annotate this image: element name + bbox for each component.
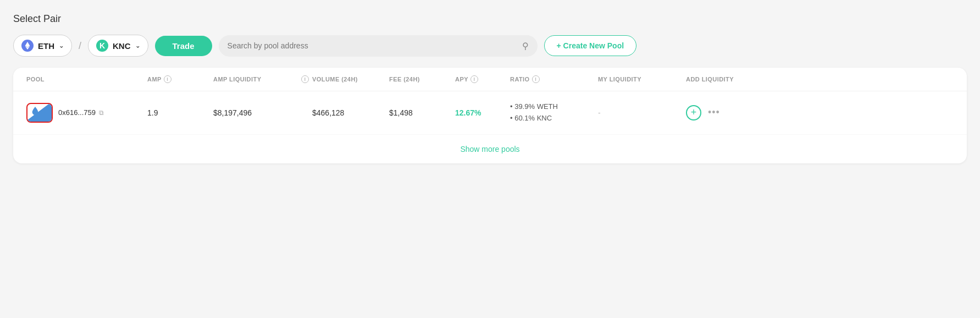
ratio-weth: • 39.9% WETH (510, 101, 598, 113)
fee-value: $1,498 (389, 108, 455, 117)
apy-info-icon[interactable]: i (470, 75, 478, 83)
amp-value: 1.9 (147, 108, 213, 117)
ratio-cell: • 39.9% WETH • 60.1% KNC (510, 101, 598, 124)
ratio-knc: • 60.1% KNC (510, 113, 598, 124)
show-more-pools[interactable]: Show more pools (13, 135, 967, 163)
add-liquidity-cell: + ••• (686, 105, 752, 120)
th-volume: VOLUME (24H) (312, 76, 389, 83)
amp-info-icon[interactable]: i (164, 75, 171, 83)
ratio-info-icon[interactable]: i (532, 75, 540, 83)
th-apy: APY i (455, 75, 510, 83)
th-pool: POOL (26, 76, 147, 83)
pool-address: 0x616...759 ⧉ (58, 108, 104, 117)
trade-button[interactable]: Trade (155, 36, 212, 56)
th-my-liquidity: MY LIQUIDITY (598, 76, 686, 83)
pool-drop-icon (31, 107, 39, 117)
search-box: ⚲ (219, 35, 538, 57)
copy-address-icon[interactable]: ⧉ (99, 109, 104, 117)
search-input[interactable] (228, 41, 517, 50)
more-options-button[interactable]: ••• (708, 107, 720, 118)
search-icon: ⚲ (522, 41, 529, 51)
th-spacer: i (301, 75, 312, 83)
knc-symbol: KNC (113, 41, 131, 51)
th-ratio: RATIO i (510, 75, 598, 83)
table-header: POOL AMP i AMP LIQUIDITY i VOLUME (24H) … (13, 68, 967, 91)
amp-liquidity-value: $8,197,496 (213, 108, 301, 117)
pool-icon-bg (26, 103, 52, 122)
th-amp-liquidity: AMP LIQUIDITY (213, 76, 301, 83)
page-title: Select Pair (13, 13, 967, 25)
eth-symbol: ETH (38, 41, 54, 51)
pool-cell: 0x616...759 ⧉ (26, 103, 147, 123)
toolbar: ETH ⌄ / K KNC ⌄ Trade ⚲ + Create New Poo… (13, 35, 967, 57)
add-liquidity-button[interactable]: + (686, 105, 701, 120)
knc-chevron-icon: ⌄ (135, 42, 140, 50)
knc-token-selector[interactable]: K KNC ⌄ (88, 35, 148, 57)
pools-table-card: POOL AMP i AMP LIQUIDITY i VOLUME (24H) … (13, 68, 967, 163)
create-pool-button[interactable]: + Create New Pool (544, 35, 637, 56)
th-fee: FEE (24H) (389, 76, 455, 83)
pool-icon-wrapper (26, 103, 53, 123)
apy-value: 12.67% (455, 108, 510, 117)
knc-icon: K (96, 40, 108, 52)
pair-separator: / (79, 40, 81, 52)
th-amp: AMP i (147, 75, 213, 83)
volume-value: $466,128 (312, 108, 389, 117)
amp-liquidity-info-icon[interactable]: i (301, 75, 309, 83)
my-liquidity-value: - (598, 108, 686, 117)
table-row[interactable]: 0x616...759 ⧉ 1.9 $8,197,496 $466,128 $1… (13, 91, 967, 135)
eth-token-selector[interactable]: ETH ⌄ (13, 35, 72, 57)
th-add-liquidity: ADD LIQUIDITY (686, 76, 752, 83)
eth-chevron-icon: ⌄ (59, 42, 64, 50)
eth-icon (21, 40, 34, 52)
